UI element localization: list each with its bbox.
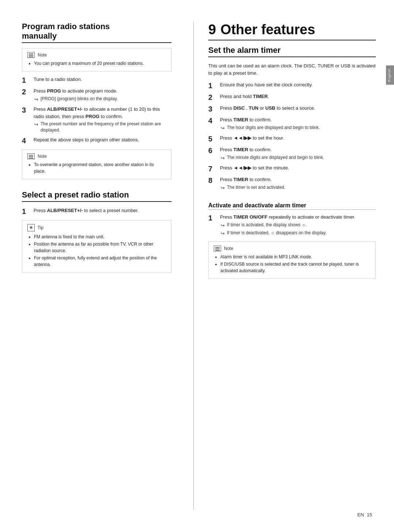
alarm-step-num-6: 6 <box>208 146 216 155</box>
alarm-step-5: 5 Press ◄◄/▶▶ to set the hour. <box>208 134 376 143</box>
alarm-step-content-2: Press and hold TIMER. <box>220 93 376 100</box>
alarm-step-content-1: Ensure that you have set the clock corre… <box>220 81 376 89</box>
tip-box: ✳ Tip FM antenna is fixed to the main un… <box>22 220 171 273</box>
select-step-1: 1 Press ALB/PRESET+/- to select a preset… <box>22 207 171 216</box>
note-right-item-2: If DISC/USB source is selected and the t… <box>220 261 370 274</box>
note-box-1: Note You can program a maximum of 20 pre… <box>22 48 171 71</box>
alarm-step-num-8: 8 <box>208 176 216 185</box>
alarm-step-num-2: 2 <box>208 93 216 102</box>
alarm-step-content-8: Press TIMER to confirm. ↪ The timer is s… <box>220 176 376 191</box>
tip-item-2: Position the antenna as far as possible … <box>34 241 166 254</box>
alarm-step-6-sub: ↪ The minute digits are displayed and be… <box>220 154 376 162</box>
alarm-step-num-1: 1 <box>208 81 216 90</box>
alarm-timer-title: Set the alarm timer <box>208 46 376 57</box>
select-steps: 1 Press ALB/PRESET+/- to select a preset… <box>22 207 171 216</box>
side-tab-label: English <box>387 69 391 82</box>
step-content-1: Tune to a radio station. <box>34 76 171 83</box>
tip-item-3: For optimal reception, fully extend and … <box>34 255 166 268</box>
alarm-step-num-5: 5 <box>208 134 216 143</box>
step-content-4: Repeat the above steps to program other … <box>34 136 171 144</box>
step-3-sub: ↪ The preset number and the frequency of… <box>34 121 171 133</box>
alarm-step-4: 4 Press TIMER to confirm. ↪ The hour dig… <box>208 116 376 132</box>
alarm-step-2: 2 Press and hold TIMER. <box>208 93 376 102</box>
alarm-step-7: 7 Press ◄◄/▶▶ to set the minute. <box>208 164 376 173</box>
page: English Program radio stationsmanually N… <box>0 0 394 532</box>
note-header-right: Note <box>214 246 370 251</box>
note-list-1: You can program a maximum of 20 preset r… <box>27 60 166 67</box>
note-item-2-1: To overwrite a programmed station, store… <box>34 161 166 175</box>
activate-step-1: 1 Press TIMER ON/OFF repeatedly to activ… <box>208 214 376 237</box>
alarm-steps: 1 Ensure that you have set the clock cor… <box>208 81 376 191</box>
note-list-2: To overwrite a programmed station, store… <box>27 161 166 175</box>
activate-steps: 1 Press TIMER ON/OFF repeatedly to activ… <box>208 214 376 237</box>
activate-sub-2: ↪ If timer is deactivated, ☼ disappears … <box>220 230 376 237</box>
alarm-step-1: 1 Ensure that you have set the clock cor… <box>208 81 376 90</box>
alarm-step-6: 6 Press TIMER to confirm. ↪ The minute d… <box>208 146 376 161</box>
alarm-step-content-7: Press ◄◄/▶▶ to set the minute. <box>220 164 376 172</box>
note-header-1: Note <box>27 52 166 58</box>
select-step-content-1: Press ALB/PRESET+/- to select a preset n… <box>34 207 171 214</box>
footer-num: 15 <box>367 512 372 517</box>
note-item-1-1: You can program a maximum of 20 preset r… <box>34 60 166 67</box>
alarm-step-content-5: Press ◄◄/▶▶ to set the hour. <box>220 134 376 142</box>
step-2-sub: ↪ [PROG] (program) blinks on the display… <box>34 96 171 103</box>
footer-label: EN <box>357 512 364 517</box>
step-num-3: 3 <box>22 106 30 114</box>
tip-list: FM antenna is fixed to the main unit. Po… <box>27 234 166 268</box>
note-label-2: Note <box>38 154 47 159</box>
tip-item-1: FM antenna is fixed to the main unit. <box>34 234 166 240</box>
alarm-step-content-6: Press TIMER to confirm. ↪ The minute dig… <box>220 146 376 161</box>
side-tab: English <box>386 66 394 85</box>
step-content-2: Press PROG to activate program mode. ↪ [… <box>34 87 171 103</box>
note-icon-1 <box>27 52 35 58</box>
chapter-number: 9 <box>208 22 216 38</box>
note-box-2: Note To overwrite a programmed station, … <box>22 149 171 179</box>
tip-icon: ✳ <box>27 224 35 231</box>
alarm-step-4-sub: ↪ The hour digits are displayed and begi… <box>220 125 376 132</box>
note-label-right: Note <box>224 246 233 251</box>
section-select-preset: Select a preset radio station 1 Press AL… <box>22 190 171 273</box>
note-header-2: Note <box>27 153 166 159</box>
note-label-1: Note <box>38 52 47 58</box>
chapter-title-text: Other features <box>220 22 315 38</box>
step-1: 1 Tune to a radio station. <box>22 76 171 85</box>
activate-step-content-1: Press TIMER ON/OFF repeatedly to activat… <box>220 214 376 237</box>
note-right-item-1: Alarm timer is not available in MP3 LINK… <box>220 254 370 260</box>
step-3: 3 Press ALB/PRESET+/- to allocate a numb… <box>22 106 171 133</box>
program-steps: 1 Tune to a radio station. 2 Press PROG … <box>22 76 171 145</box>
activate-step-num-1: 1 <box>208 214 216 222</box>
step-num-4: 4 <box>22 136 30 145</box>
alarm-step-num-7: 7 <box>208 164 216 173</box>
alarm-intro: This unit can be used as an alarm clock.… <box>208 62 376 77</box>
section-activate-timer: Activate and deactivate alarm timer 1 Pr… <box>208 202 376 279</box>
page-footer: EN 15 <box>357 512 372 517</box>
step-content-3: Press ALB/PRESET+/- to allocate a number… <box>34 106 171 133</box>
right-column: 9 Other features Set the alarm timer Thi… <box>201 22 376 510</box>
step-2: 2 Press PROG to activate program mode. ↪… <box>22 87 171 103</box>
alarm-step-8-sub: ↪ The timer is set and activated. <box>220 184 376 192</box>
section-program-radio: Program radio stationsmanually Note You … <box>22 22 171 179</box>
alarm-step-num-4: 4 <box>208 116 216 125</box>
activate-sub-1: ↪ If timer is activated, the display sho… <box>220 222 376 229</box>
alarm-step-3: 3 Press DISC , TUN or USB to select a so… <box>208 105 376 113</box>
tip-header: ✳ Tip <box>27 224 166 231</box>
activate-timer-title: Activate and deactivate alarm timer <box>208 202 376 210</box>
note-list-right: Alarm timer is not available in MP3 LINK… <box>214 254 370 274</box>
step-num-1: 1 <box>22 76 30 85</box>
alarm-step-content-4: Press TIMER to confirm. ↪ The hour digit… <box>220 116 376 132</box>
section-alarm-timer: Set the alarm timer This unit can be use… <box>208 46 376 191</box>
section-select-title: Select a preset radio station <box>22 190 171 202</box>
note-icon-right <box>214 246 221 251</box>
step-4: 4 Repeat the above steps to program othe… <box>22 136 171 145</box>
chapter-title: 9 Other features <box>208 22 376 40</box>
note-icon-2 <box>27 153 35 159</box>
select-step-num-1: 1 <box>22 207 30 216</box>
column-divider <box>193 22 194 510</box>
tip-label: Tip <box>38 225 43 230</box>
left-column: Program radio stationsmanually Note You … <box>22 22 186 510</box>
step-num-2: 2 <box>22 87 30 96</box>
section-program-title: Program radio stationsmanually <box>22 22 171 43</box>
alarm-step-8: 8 Press TIMER to confirm. ↪ The timer is… <box>208 176 376 191</box>
alarm-step-content-3: Press DISC , TUN or USB to select a sour… <box>220 105 376 112</box>
note-box-right: Note Alarm timer is not available in MP3… <box>208 242 376 279</box>
